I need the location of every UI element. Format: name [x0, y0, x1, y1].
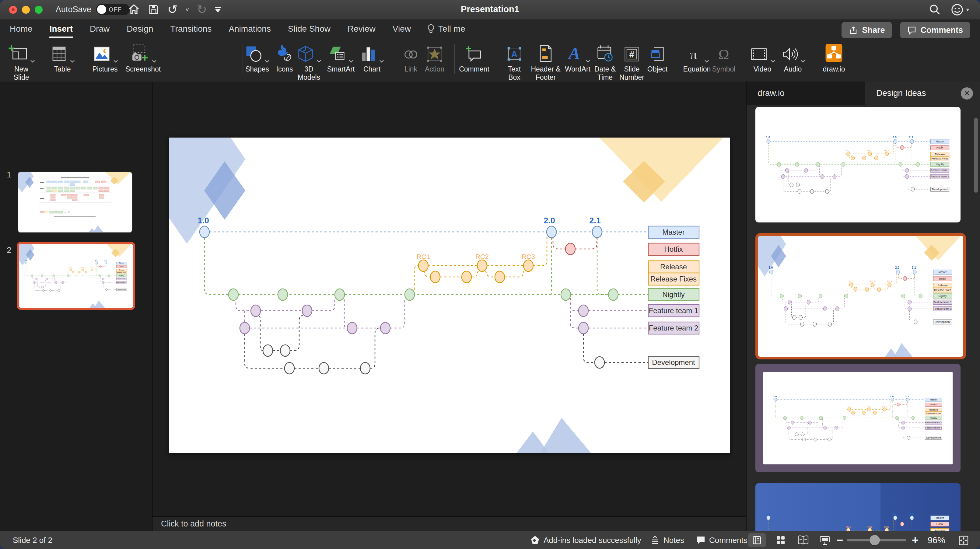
account-dropdown-icon[interactable]: ▾ — [966, 6, 969, 13]
search-icon[interactable] — [929, 3, 941, 16]
share-button[interactable]: Share — [842, 22, 892, 38]
slide-1-number: 1 — [7, 170, 11, 180]
slide-2-thumbnail-selected[interactable] — [17, 242, 135, 310]
tab-design[interactable]: Design — [126, 22, 154, 36]
tab-home[interactable]: Home — [8, 22, 34, 36]
zoom-slider-thumb[interactable] — [870, 535, 880, 545]
audio-icon — [781, 46, 798, 63]
powerpoint-window: 1.0 2.0 2.1 RC1 RC2 RC3 Master — [0, 0, 980, 549]
addin-status-icon — [530, 535, 540, 545]
titlebar: AutoSave OFF ↺ ᐯ ↻ Presentation1 ▾ — [0, 0, 980, 20]
design-idea-1[interactable] — [756, 107, 961, 223]
svg-text:Ω: Ω — [718, 46, 729, 62]
comments-toggle[interactable]: Comments — [696, 531, 748, 549]
tab-draw[interactable]: Draw — [89, 22, 111, 36]
action-star-icon — [426, 46, 443, 63]
tab-insert[interactable]: Insert — [48, 22, 74, 36]
tab-slideshow[interactable]: Slide Show — [287, 22, 332, 36]
design-idea-2-selected[interactable] — [756, 233, 966, 360]
design-ideas-panel: draw.io Design Ideas ✕ — [746, 81, 980, 531]
cube-icon — [297, 45, 314, 63]
smartart-icon — [328, 45, 347, 63]
chart-icon — [360, 45, 377, 63]
symbol-omega-icon: Ω — [715, 46, 732, 63]
panel-scrollbar[interactable] — [974, 118, 978, 193]
new-comment-icon — [465, 45, 483, 63]
zoom-in-button[interactable]: + — [912, 531, 918, 549]
menubar: Home Insert Draw Design Transitions Anim… — [0, 20, 980, 38]
fit-slide-to-window-button[interactable] — [958, 535, 969, 547]
chevron-down-icon — [70, 60, 75, 63]
tab-view[interactable]: View — [391, 22, 412, 36]
slide-sorter-view-button[interactable] — [775, 535, 786, 547]
new-slide-icon — [8, 44, 28, 63]
tab-drawio-panel[interactable]: draw.io — [746, 81, 865, 105]
object-icon — [649, 45, 666, 63]
notes-icon — [650, 535, 660, 545]
lightbulb-icon — [427, 24, 435, 34]
slide-indicator: Slide 2 of 2 — [13, 531, 52, 549]
share-icon — [849, 25, 858, 35]
design-idea-3[interactable] — [756, 364, 961, 472]
slide-editor-area — [153, 81, 746, 516]
reading-view-button[interactable] — [797, 535, 809, 547]
screenshot-button[interactable]: Screenshot — [117, 40, 169, 73]
table-icon — [50, 45, 68, 63]
comment-icon — [907, 25, 916, 35]
drawio-icon — [824, 43, 844, 63]
svg-text:π: π — [690, 46, 697, 63]
slide-content — [169, 138, 730, 453]
slide-2-number: 2 — [7, 245, 11, 255]
pictures-icon — [92, 45, 111, 63]
drawio-button[interactable]: draw.io — [808, 40, 860, 73]
slide-1-flowchart — [18, 172, 132, 232]
slide-1-thumbnail[interactable] — [18, 172, 132, 233]
ribbon-insert: New Slide Table Pictures Screenshot Get … — [0, 38, 980, 82]
comments-status-icon — [696, 535, 705, 545]
design-idea-4[interactable] — [756, 483, 961, 531]
slide-2-preview — [19, 244, 133, 308]
tab-review[interactable]: Review — [346, 22, 377, 36]
slide-thumbnail-panel: 1 — [0, 81, 153, 531]
svg-text:A: A — [568, 45, 580, 62]
zoom-level[interactable]: 96% — [923, 531, 950, 549]
chevron-down-icon — [152, 60, 157, 63]
video-icon — [749, 46, 768, 63]
slideshow-view-button[interactable] — [819, 535, 830, 547]
zoom-out-button[interactable]: − — [836, 531, 843, 549]
tab-animations[interactable]: Animations — [228, 22, 272, 36]
slide-canvas[interactable] — [169, 138, 730, 453]
close-icon[interactable]: ✕ — [961, 88, 973, 100]
addins-status: Add-ins loaded successfully — [530, 531, 641, 549]
chevron-down-icon — [30, 60, 35, 63]
normal-view-icon — [752, 535, 762, 545]
notes-toggle[interactable]: Notes — [650, 531, 684, 549]
tab-transitions[interactable]: Transitions — [169, 22, 213, 36]
notes-pane[interactable]: Click to add notes — [153, 516, 746, 531]
chevron-down-icon — [800, 60, 805, 63]
screenshot-icon — [130, 44, 150, 63]
normal-view-button-active[interactable] — [748, 533, 766, 547]
header-footer-icon — [538, 45, 554, 63]
statusbar: Slide 2 of 2 Add-ins loaded successfully… — [0, 531, 980, 549]
tell-me[interactable]: Tell me — [427, 24, 465, 34]
comments-button[interactable]: Comments — [900, 22, 970, 38]
svg-text:A: A — [511, 49, 518, 59]
account-icon[interactable] — [950, 3, 964, 16]
design-idea-3-slide — [763, 372, 953, 465]
document-title: Presentation1 — [0, 4, 980, 14]
chevron-down-icon — [379, 60, 384, 63]
notes-placeholder: Click to add notes — [153, 519, 226, 528]
